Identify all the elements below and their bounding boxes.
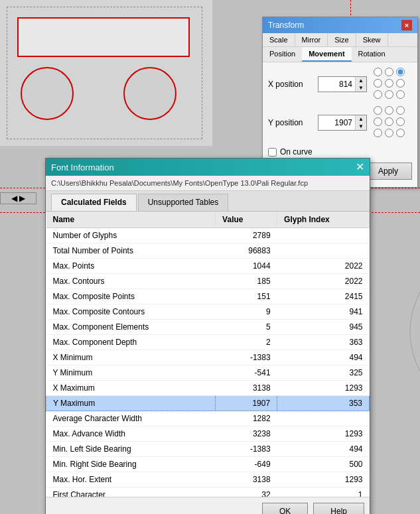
- cell-name: Max. Composite Contours: [46, 304, 216, 320]
- x-position-row: X position ▲ ▼: [268, 68, 412, 101]
- cell-name: Average Character Width: [46, 411, 216, 426]
- y-position-input-wrapper: ▲ ▼: [318, 115, 367, 131]
- cell-glyph-index: [277, 228, 370, 243]
- cell-value: 5: [216, 320, 277, 335]
- table-row: X Maximum31381293: [46, 381, 370, 396]
- cell-name: Max. Advance Width: [46, 426, 216, 442]
- cell-glyph-index: 353: [277, 396, 370, 411]
- x-position-input-wrapper: ▲ ▼: [318, 76, 367, 92]
- x-radio-5[interactable]: [385, 79, 393, 88]
- x-radio-9[interactable]: [396, 90, 405, 99]
- font-info-window: Font Information ✕ C:\Users\Bhikkhu Pesa…: [45, 158, 370, 514]
- table-header-row: Name Value Glyph Index: [46, 212, 370, 228]
- cell-value: 185: [216, 274, 277, 289]
- y-radio-4[interactable]: [374, 117, 382, 126]
- tab-scale[interactable]: Scale: [263, 33, 295, 46]
- cell-value: 3138: [216, 381, 277, 396]
- help-button[interactable]: Help: [313, 503, 364, 514]
- cell-glyph-index: [277, 411, 370, 426]
- y-position-input[interactable]: [318, 117, 355, 129]
- x-radio-2[interactable]: [385, 68, 393, 76]
- y-radio-1[interactable]: [374, 106, 382, 115]
- x-position-spinners: ▲ ▼: [355, 77, 366, 92]
- y-position-up[interactable]: ▲: [356, 115, 366, 123]
- table-row: Max. Contours1852022: [46, 274, 370, 289]
- circle-right-shape: [123, 67, 176, 120]
- tab-mirror[interactable]: Mirror: [295, 33, 328, 46]
- cell-glyph-index: 500: [277, 457, 370, 472]
- y-position-label: Y position: [268, 118, 318, 127]
- x-radio-7[interactable]: [374, 90, 382, 99]
- cell-glyph-index: 1293: [277, 426, 370, 442]
- cell-name: X Maximum: [46, 381, 216, 396]
- tab-calculated-fields[interactable]: Calculated Fields: [51, 194, 137, 211]
- table-row: Y Maximum1907353: [46, 396, 370, 411]
- x-position-input[interactable]: [318, 78, 355, 90]
- cell-value: 1282: [216, 411, 277, 426]
- x-position-down[interactable]: ▼: [356, 84, 366, 92]
- transform-tabs-row2: Position Movement Rotation: [263, 47, 417, 62]
- y-radio-6[interactable]: [396, 117, 405, 126]
- y-radio-8[interactable]: [385, 129, 393, 137]
- cell-glyph-index: 494: [277, 350, 370, 365]
- transform-close-button[interactable]: ×: [401, 20, 412, 31]
- cell-value: 3238: [216, 426, 277, 442]
- table-row: Max. Hor. Extent31381293: [46, 472, 370, 487]
- cell-name: Y Maximum: [46, 396, 216, 411]
- transform-titlebar: Transform ×: [263, 17, 417, 33]
- x-radio-6[interactable]: [396, 79, 405, 88]
- x-radio-1[interactable]: [374, 68, 382, 76]
- x-radio-4[interactable]: [374, 79, 382, 88]
- font-info-table-wrapper: Name Value Glyph Index Number of Glyphs2…: [46, 212, 370, 497]
- y-radio-3[interactable]: [396, 106, 405, 115]
- tab-unsupported-tables[interactable]: Unsupported Tables: [138, 194, 229, 211]
- canvas-inner: [7, 7, 202, 139]
- apply-button[interactable]: Apply: [364, 162, 412, 180]
- cell-value: 9: [216, 304, 277, 320]
- font-info-titlebar: Font Information ✕: [46, 159, 370, 176]
- col-glyph-index: Glyph Index: [277, 212, 370, 228]
- circle-left-shape: [21, 67, 74, 120]
- tab-movement[interactable]: Movement: [302, 47, 351, 62]
- tab-size[interactable]: Size: [328, 33, 356, 46]
- x-position-label: X position: [268, 80, 318, 89]
- cell-value: 1907: [216, 396, 277, 411]
- cell-name: Min. Right Side Bearing: [46, 457, 216, 472]
- font-info-tabs: Calculated Fields Unsupported Tables: [46, 191, 370, 212]
- col-name: Name: [46, 212, 216, 228]
- tab-skew[interactable]: Skew: [356, 33, 388, 46]
- x-radio-8[interactable]: [385, 90, 393, 99]
- cell-value: -1383: [216, 442, 277, 457]
- y-position-down[interactable]: ▼: [356, 123, 366, 130]
- table-row: Y Minimum-541325: [46, 365, 370, 381]
- on-curve-row: On curve: [268, 145, 412, 159]
- y-radio-9[interactable]: [396, 129, 405, 137]
- table-row: Max. Component Elements5945: [46, 320, 370, 335]
- cell-name: Min. Left Side Bearing: [46, 442, 216, 457]
- cell-value: 2: [216, 335, 277, 350]
- tab-position[interactable]: Position: [263, 47, 302, 62]
- font-info-title: Font Information: [51, 162, 114, 172]
- cell-glyph-index: 2022: [277, 274, 370, 289]
- tab-rotation[interactable]: Rotation: [352, 47, 392, 62]
- side-arrow-tab: ◀ ▶: [0, 192, 36, 204]
- y-radio-7[interactable]: [374, 129, 382, 137]
- ok-button[interactable]: OK: [262, 503, 308, 514]
- y-radio-5[interactable]: [385, 117, 393, 126]
- cell-name: Max. Component Elements: [46, 320, 216, 335]
- cell-glyph-index: 941: [277, 304, 370, 320]
- table-row: First Character321: [46, 487, 370, 497]
- transform-title: Transform: [268, 21, 304, 30]
- x-position-up[interactable]: ▲: [356, 77, 366, 84]
- y-radio-2[interactable]: [385, 106, 393, 115]
- cell-value: 3138: [216, 472, 277, 487]
- font-info-close-button[interactable]: ✕: [356, 162, 364, 172]
- on-curve-label: On curve: [280, 147, 313, 157]
- cell-value: 32: [216, 487, 277, 497]
- table-row: Max. Composite Points1512415: [46, 289, 370, 304]
- x-radio-3[interactable]: [396, 68, 405, 76]
- table-row: Max. Composite Contours9941: [46, 304, 370, 320]
- font-info-footer: OK Help: [46, 497, 370, 514]
- on-curve-checkbox[interactable]: [268, 148, 277, 157]
- rect-shape: [17, 17, 190, 57]
